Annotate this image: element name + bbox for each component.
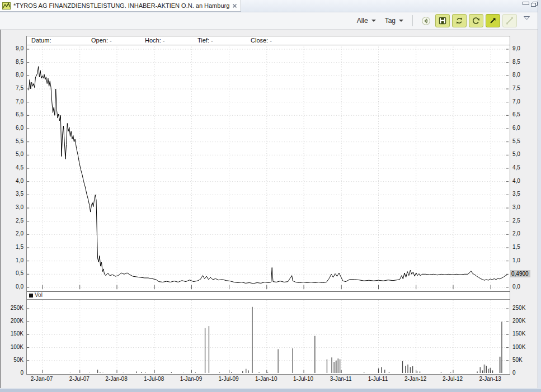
volume-plot[interactable]: [27, 292, 509, 373]
volume-axis-tick-right: 200K: [512, 318, 530, 324]
price-axis-tick-left: 1,0: [8, 257, 23, 264]
price-axis-tick-left: 8,0: [8, 72, 23, 78]
x-axis-tick-label: 2-Jan-13: [472, 376, 508, 382]
window-bottom-edge: [0, 388, 541, 392]
price-axis-tick-left: 0,0: [8, 284, 23, 290]
price-axis-tick-left: 4,5: [8, 164, 23, 171]
volume-axis-tick-right: 0: [512, 370, 530, 376]
price-axis-tick-right: 5,5: [512, 138, 529, 145]
volume-axis-tick-left: 250K: [6, 305, 23, 311]
price-chart-panel[interactable]: Datum: Open: - Hoch: - Tief: - Close: -: [26, 36, 510, 291]
x-axis-tick-label: 2-Jan-12: [398, 376, 434, 382]
price-axis-tick-right: 9,0: [512, 45, 529, 52]
save-chart-button[interactable]: [435, 14, 450, 27]
reload-icon: [472, 17, 480, 25]
x-axis-tick-label: 2-Jul-12: [435, 376, 471, 382]
price-axis-tick-left: 2,0: [8, 230, 23, 237]
price-axis-tick-right: 0,0: [512, 284, 529, 290]
expand-icon: [489, 17, 497, 25]
minimize-view-icon[interactable]: [523, 2, 529, 5]
x-axis-tick-label: 2-Jan-07: [24, 376, 60, 382]
refresh-icon: [455, 17, 463, 25]
x-axis-tick-label: 1-Jul-10: [285, 376, 321, 382]
window-right-margin: [538, 0, 541, 388]
legend-swatch-icon: [29, 294, 33, 297]
tab-chart-view[interactable]: *TYROS AG FINANZDIENSTLEISTUNG. INHABER-…: [0, 0, 241, 12]
volume-axis-tick-left: 200K: [6, 318, 23, 324]
price-axis-tick-right: 1,0: [512, 257, 529, 264]
trendline-button[interactable]: [502, 14, 517, 27]
close-icon[interactable]: [232, 3, 237, 8]
tab-title: *TYROS AG FINANZDIENSTLEISTUNG. INHABER-…: [13, 2, 229, 9]
price-axis-tick-right: 7,5: [512, 85, 529, 92]
price-plot[interactable]: [27, 36, 509, 290]
expand-chart-button[interactable]: [486, 14, 500, 27]
x-axis-tick-label: 1-Jul-09: [211, 376, 247, 382]
price-axis-tick-right: 7,0: [512, 98, 529, 105]
volume-legend-label: Vol: [35, 292, 43, 298]
back-button[interactable]: [418, 14, 433, 27]
price-axis-tick-left: 0,5: [8, 270, 23, 277]
line-chart-icon: [2, 2, 11, 10]
quote-header-datum: Datum:: [31, 37, 51, 44]
price-axis-tick-right: 6,0: [512, 125, 529, 131]
volume-axis-tick-left: 50K: [6, 357, 23, 363]
view-menu-chevron-icon[interactable]: [524, 16, 530, 20]
price-axis-tick-left: 8,5: [8, 59, 23, 65]
price-axis-tick-right: 4,5: [512, 164, 529, 171]
reload-data-button[interactable]: [469, 14, 483, 27]
price-axis-tick-right: 1,5: [512, 244, 529, 251]
chart-toolbar: Alle Tag: [0, 12, 538, 30]
x-axis-tick-label: 1-Jan-10: [248, 376, 284, 382]
quote-header-hoch: Hoch: -: [145, 37, 164, 44]
back-icon: [421, 16, 431, 26]
volume-axis-tick-right: 150K: [512, 330, 530, 337]
price-axis-tick-left: 1,5: [8, 244, 23, 251]
quote-header: Datum: Open: - Hoch: - Tief: - Close: -: [27, 36, 510, 45]
chevron-down-icon: [399, 20, 403, 22]
refresh-button[interactable]: [452, 14, 467, 27]
price-axis-tick-left: 5,5: [8, 138, 23, 145]
save-icon: [439, 17, 446, 25]
price-axis-tick-left: 7,5: [8, 85, 23, 92]
price-axis-tick-left: 2,5: [8, 218, 23, 224]
interval-dropdown[interactable]: Tag: [382, 16, 407, 26]
range-dropdown[interactable]: Alle: [354, 16, 379, 26]
price-axis-tick-left: 6,0: [8, 125, 23, 131]
quote-header-close: Close: -: [251, 37, 272, 44]
x-axis-tick-label: 2-Jul-07: [62, 376, 97, 382]
chevron-down-icon: [371, 20, 376, 22]
last-price-badge: 0,4900: [510, 270, 530, 277]
price-axis-tick-right: 2,5: [512, 218, 529, 224]
trendline-icon: [506, 17, 514, 25]
price-axis-tick-left: 7,0: [8, 98, 23, 105]
volume-axis-tick-left: 100K: [6, 344, 23, 351]
price-axis-tick-left: 3,5: [8, 191, 23, 197]
price-axis-tick-left: 4,0: [8, 178, 23, 185]
price-axis-tick-right: 8,5: [512, 59, 529, 65]
x-axis-tick-label: 1-Jul-08: [136, 376, 172, 382]
x-axis-tick-label: 1-Jul-11: [360, 376, 396, 382]
toolbar-separator: [412, 15, 413, 26]
volume-axis-tick-left: 0: [6, 370, 23, 376]
volume-axis-tick-right: 50K: [512, 357, 530, 363]
x-axis-tick-label: 1-Jan-09: [173, 376, 209, 382]
volume-axis-tick-right: 100K: [512, 344, 530, 351]
restore-view-icon[interactable]: [531, 2, 537, 6]
app-window: *TYROS AG FINANZDIENSTLEISTUNG. INHABER-…: [0, 0, 541, 392]
price-axis-tick-left: 5,0: [8, 151, 23, 158]
volume-axis-tick-right: 250K: [512, 305, 530, 311]
price-axis-tick-right: 8,0: [512, 72, 529, 78]
quote-header-open: Open: -: [91, 37, 112, 44]
tab-bar: *TYROS AG FINANZDIENSTLEISTUNG. INHABER-…: [0, 0, 538, 12]
price-axis-tick-right: 3,5: [512, 191, 529, 197]
price-axis-tick-left: 9,0: [8, 45, 23, 52]
volume-chart-panel[interactable]: Vol: [26, 291, 510, 375]
price-axis-tick-right: 4,0: [512, 178, 529, 185]
price-axis-tick-right: 6,5: [512, 111, 529, 118]
quote-header-tief: Tief: -: [197, 37, 213, 44]
price-axis-tick-right: 5,0: [512, 151, 529, 158]
x-axis-tick-label: 2-Jan-08: [98, 376, 134, 382]
volume-legend: Vol: [27, 292, 510, 300]
range-dropdown-label: Alle: [357, 17, 368, 25]
